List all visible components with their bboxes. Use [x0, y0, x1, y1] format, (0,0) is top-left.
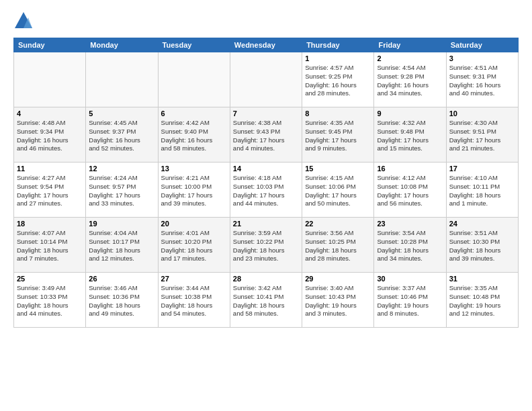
day-cell: 18Sunrise: 4:07 AM Sunset: 10:14 PM Dayl… [14, 218, 86, 273]
day-info: Sunrise: 4:10 AM Sunset: 10:11 PM Daylig… [449, 174, 515, 208]
day-cell: 8Sunrise: 4:35 AM Sunset: 9:45 PM Daylig… [302, 107, 374, 163]
day-cell: 28Sunrise: 3:42 AM Sunset: 10:41 PM Dayl… [230, 273, 302, 328]
day-number: 28 [233, 275, 299, 283]
day-info: Sunrise: 4:48 AM Sunset: 9:34 PM Dayligh… [17, 119, 83, 153]
day-cell [230, 52, 302, 107]
day-cell: 25Sunrise: 3:49 AM Sunset: 10:33 PM Dayl… [14, 273, 86, 328]
day-number: 29 [305, 275, 371, 283]
day-cell: 16Sunrise: 4:12 AM Sunset: 10:08 PM Dayl… [374, 163, 446, 218]
day-info: Sunrise: 4:07 AM Sunset: 10:14 PM Daylig… [17, 229, 83, 263]
day-number: 8 [305, 109, 371, 118]
day-number: 25 [17, 275, 83, 283]
calendar-body: 1Sunrise: 4:57 AM Sunset: 9:25 PM Daylig… [14, 52, 519, 328]
day-cell: 27Sunrise: 3:44 AM Sunset: 10:38 PM Dayl… [158, 273, 230, 328]
day-number: 16 [377, 165, 443, 173]
column-header-wednesday: Wednesday [230, 38, 302, 52]
day-info: Sunrise: 4:35 AM Sunset: 9:45 PM Dayligh… [305, 119, 371, 153]
day-cell: 11Sunrise: 4:27 AM Sunset: 9:54 PM Dayli… [14, 163, 86, 218]
day-info: Sunrise: 3:49 AM Sunset: 10:33 PM Daylig… [17, 284, 83, 318]
day-info: Sunrise: 4:21 AM Sunset: 10:00 PM Daylig… [161, 174, 227, 208]
day-info: Sunrise: 4:24 AM Sunset: 9:57 PM Dayligh… [89, 174, 154, 208]
day-info: Sunrise: 4:57 AM Sunset: 9:25 PM Dayligh… [305, 64, 371, 98]
day-cell: 15Sunrise: 4:15 AM Sunset: 10:06 PM Dayl… [302, 163, 374, 218]
day-cell: 24Sunrise: 3:51 AM Sunset: 10:30 PM Dayl… [446, 218, 518, 273]
page: SundayMondayTuesdayWednesdayThursdayFrid… [0, 0, 532, 411]
logo [13, 11, 36, 31]
day-info: Sunrise: 3:56 AM Sunset: 10:25 PM Daylig… [305, 229, 371, 263]
day-number: 13 [161, 165, 227, 173]
week-row-1: 1Sunrise: 4:57 AM Sunset: 9:25 PM Daylig… [14, 52, 519, 107]
day-number: 6 [161, 109, 227, 118]
day-cell: 4Sunrise: 4:48 AM Sunset: 9:34 PM Daylig… [14, 107, 86, 163]
day-cell: 23Sunrise: 3:54 AM Sunset: 10:28 PM Dayl… [374, 218, 446, 273]
day-info: Sunrise: 4:38 AM Sunset: 9:43 PM Dayligh… [233, 119, 299, 153]
week-row-2: 4Sunrise: 4:48 AM Sunset: 9:34 PM Daylig… [14, 107, 519, 163]
day-cell: 7Sunrise: 4:38 AM Sunset: 9:43 PM Daylig… [230, 107, 302, 163]
day-cell [14, 52, 86, 107]
day-info: Sunrise: 3:37 AM Sunset: 10:46 PM Daylig… [377, 284, 443, 318]
day-number: 30 [377, 275, 443, 283]
day-cell: 21Sunrise: 3:59 AM Sunset: 10:22 PM Dayl… [230, 218, 302, 273]
day-info: Sunrise: 4:45 AM Sunset: 9:37 PM Dayligh… [89, 119, 154, 153]
column-header-sunday: Sunday [14, 38, 86, 52]
logo-icon [13, 11, 34, 31]
day-number: 20 [161, 220, 227, 228]
day-number: 2 [377, 54, 443, 62]
day-cell: 30Sunrise: 3:37 AM Sunset: 10:46 PM Dayl… [374, 273, 446, 328]
day-number: 27 [161, 275, 227, 283]
day-number: 17 [449, 165, 515, 173]
column-header-friday: Friday [374, 38, 446, 52]
day-number: 21 [233, 220, 299, 228]
day-number: 7 [233, 109, 299, 118]
day-cell: 3Sunrise: 4:51 AM Sunset: 9:31 PM Daylig… [446, 52, 518, 107]
week-row-5: 25Sunrise: 3:49 AM Sunset: 10:33 PM Dayl… [14, 273, 519, 328]
day-info: Sunrise: 4:01 AM Sunset: 10:20 PM Daylig… [161, 229, 227, 263]
day-number: 10 [449, 109, 515, 118]
day-number: 14 [233, 165, 299, 173]
day-number: 23 [377, 220, 443, 228]
day-cell [86, 52, 158, 107]
week-row-4: 18Sunrise: 4:07 AM Sunset: 10:14 PM Dayl… [14, 218, 519, 273]
day-info: Sunrise: 4:30 AM Sunset: 9:51 PM Dayligh… [449, 119, 515, 153]
day-cell [158, 52, 230, 107]
day-info: Sunrise: 4:51 AM Sunset: 9:31 PM Dayligh… [449, 64, 515, 98]
day-info: Sunrise: 4:27 AM Sunset: 9:54 PM Dayligh… [17, 174, 83, 208]
day-cell: 6Sunrise: 4:42 AM Sunset: 9:40 PM Daylig… [158, 107, 230, 163]
column-header-saturday: Saturday [446, 38, 518, 52]
header-row: SundayMondayTuesdayWednesdayThursdayFrid… [14, 38, 519, 52]
day-number: 5 [89, 109, 154, 118]
day-info: Sunrise: 3:40 AM Sunset: 10:43 PM Daylig… [305, 284, 371, 318]
day-cell: 26Sunrise: 3:46 AM Sunset: 10:36 PM Dayl… [86, 273, 158, 328]
day-number: 24 [449, 220, 515, 228]
day-cell: 1Sunrise: 4:57 AM Sunset: 9:25 PM Daylig… [302, 52, 374, 107]
day-cell: 31Sunrise: 3:35 AM Sunset: 10:48 PM Dayl… [446, 273, 518, 328]
day-number: 26 [89, 275, 154, 283]
day-info: Sunrise: 4:42 AM Sunset: 9:40 PM Dayligh… [161, 119, 227, 153]
day-number: 31 [449, 275, 515, 283]
day-info: Sunrise: 4:32 AM Sunset: 9:48 PM Dayligh… [377, 119, 443, 153]
day-number: 22 [305, 220, 371, 228]
day-cell: 19Sunrise: 4:04 AM Sunset: 10:17 PM Dayl… [86, 218, 158, 273]
day-number: 15 [305, 165, 371, 173]
day-info: Sunrise: 4:15 AM Sunset: 10:06 PM Daylig… [305, 174, 371, 208]
day-cell: 9Sunrise: 4:32 AM Sunset: 9:48 PM Daylig… [374, 107, 446, 163]
day-info: Sunrise: 4:54 AM Sunset: 9:28 PM Dayligh… [377, 64, 443, 98]
day-cell: 12Sunrise: 4:24 AM Sunset: 9:57 PM Dayli… [86, 163, 158, 218]
week-row-3: 11Sunrise: 4:27 AM Sunset: 9:54 PM Dayli… [14, 163, 519, 218]
day-info: Sunrise: 3:59 AM Sunset: 10:22 PM Daylig… [233, 229, 299, 263]
column-header-monday: Monday [86, 38, 158, 52]
header [13, 11, 519, 31]
day-number: 18 [17, 220, 83, 228]
day-cell: 22Sunrise: 3:56 AM Sunset: 10:25 PM Dayl… [302, 218, 374, 273]
calendar-header: SundayMondayTuesdayWednesdayThursdayFrid… [14, 38, 519, 52]
day-number: 4 [17, 109, 83, 118]
day-number: 3 [449, 54, 515, 62]
day-info: Sunrise: 3:54 AM Sunset: 10:28 PM Daylig… [377, 229, 443, 263]
day-cell: 13Sunrise: 4:21 AM Sunset: 10:00 PM Dayl… [158, 163, 230, 218]
day-number: 12 [89, 165, 154, 173]
day-cell: 2Sunrise: 4:54 AM Sunset: 9:28 PM Daylig… [374, 52, 446, 107]
day-cell: 17Sunrise: 4:10 AM Sunset: 10:11 PM Dayl… [446, 163, 518, 218]
day-info: Sunrise: 3:44 AM Sunset: 10:38 PM Daylig… [161, 284, 227, 318]
day-info: Sunrise: 3:51 AM Sunset: 10:30 PM Daylig… [449, 229, 515, 263]
calendar-table: SundayMondayTuesdayWednesdayThursdayFrid… [13, 38, 519, 328]
